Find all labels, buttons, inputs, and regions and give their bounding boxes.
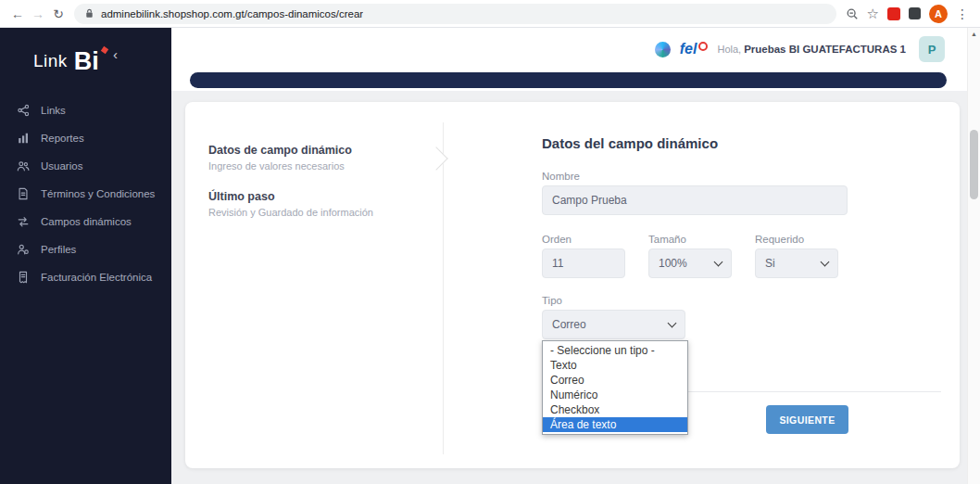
url-text: adminebilink.shopshop.com.gt/campos-dina… — [101, 8, 363, 19]
siguiente-button[interactable]: SIGUIENTE — [766, 405, 848, 434]
tipo-option-highlighted[interactable]: Área de texto — [543, 417, 687, 432]
browser-actions: ☆ A ⋮ — [846, 5, 973, 23]
browser-toolbar: ← → ↻ adminebilink.shopshop.com.gt/campo… — [0, 0, 980, 28]
users-icon — [17, 159, 30, 172]
tipo-label: Tipo — [542, 295, 562, 306]
zoom-icon[interactable] — [846, 7, 859, 20]
user-name: Pruebas BI GUATEFACTURAS 1 — [744, 44, 906, 55]
logo-text-bi: Bi — [74, 47, 99, 76]
tipo-dropdown: - Seleccione un tipo - Texto Correo Numé… — [542, 340, 688, 435]
greeting-text: Hola, — [717, 44, 741, 55]
screen: ← → ↻ adminebilink.shopshop.com.gt/campo… — [0, 0, 980, 484]
sidebar-item-label: Links — [41, 105, 66, 116]
sidebar-nav: Links Reportes Usuarios Términos y Condi… — [0, 95, 171, 291]
browser-menu-icon[interactable]: ⋮ — [956, 6, 969, 21]
extension-icon[interactable] — [909, 7, 921, 19]
browser-profile-avatar[interactable]: A — [929, 5, 948, 23]
tipo-select[interactable]: Correo — [542, 310, 685, 339]
requerido-select[interactable]: Si — [755, 248, 838, 278]
form-title: Datos del campo dinámico — [542, 135, 718, 151]
sidebar-item-links[interactable]: Links — [0, 96, 171, 124]
fel-logo: fel — [680, 41, 709, 57]
invoice-icon — [17, 271, 30, 284]
chart-icon — [17, 132, 30, 145]
sidebar-item-label: Perfiles — [41, 244, 76, 255]
page-scrollbar[interactable]: ▲ — [967, 28, 980, 484]
tipo-option[interactable]: Numérico — [543, 388, 687, 402]
document-icon — [17, 187, 30, 200]
scrollbar-up-arrow[interactable]: ▲ — [968, 31, 980, 37]
orden-label: Orden — [542, 234, 572, 245]
tamano-select[interactable]: 100% — [648, 248, 732, 278]
sidebar-item-label: Facturación Electrónica — [41, 272, 152, 283]
globe-icon[interactable] — [655, 42, 671, 57]
requerido-label: Requerido — [755, 234, 804, 245]
collapse-sidebar-icon[interactable]: ‹ — [113, 46, 118, 62]
step-subtitle: Ingreso de valores necesarios — [208, 160, 431, 172]
forward-icon[interactable]: → — [28, 6, 48, 21]
tipo-option[interactable]: Texto — [543, 358, 687, 373]
sidebar-item-reportes[interactable]: Reportes — [0, 124, 171, 152]
back-icon[interactable]: ← — [7, 6, 28, 21]
step-ultimo-paso[interactable]: Último paso Revisión y Guardado de infor… — [208, 190, 431, 218]
app-logo: Link Bi ‹ — [0, 28, 171, 95]
sidebar-item-perfiles[interactable]: Perfiles — [0, 236, 171, 263]
chevron-down-icon — [821, 257, 830, 266]
wizard-card: Datos de campo dinámico Ingreso de valor… — [185, 102, 960, 468]
sidebar-item-facturacion[interactable]: Facturación Electrónica — [0, 263, 171, 291]
greeting: Hola,Pruebas BI GUATEFACTURAS 1 — [717, 44, 906, 55]
sidebar-item-terminos[interactable]: Términos y Condiciones — [0, 180, 171, 208]
refresh-icon[interactable]: ↻ — [48, 6, 69, 21]
swap-arrows-icon — [17, 215, 30, 228]
step-title: Datos de campo dinámico — [208, 144, 431, 157]
address-bar[interactable]: adminebilink.shopshop.com.gt/campos-dina… — [74, 4, 836, 24]
sidebar-item-label: Reportes — [41, 133, 84, 144]
scrollbar-thumb[interactable] — [970, 130, 978, 199]
chevron-down-icon — [714, 257, 723, 266]
sidebar-item-campos-dinamicos[interactable]: Campos dinámicos — [0, 208, 171, 236]
user-avatar[interactable]: P — [919, 36, 945, 62]
step-title: Último paso — [208, 190, 431, 203]
requerido-value: Si — [765, 257, 775, 270]
chevron-down-icon — [668, 318, 677, 327]
share-icon — [17, 104, 30, 117]
orden-input[interactable] — [542, 248, 625, 278]
nombre-label: Nombre — [542, 171, 580, 182]
step-subtitle: Revisión y Guardado de información — [208, 207, 431, 218]
wizard-steps: Datos de campo dinámico Ingreso de valor… — [208, 144, 431, 218]
tamano-label: Tamaño — [648, 234, 686, 245]
tipo-value: Correo — [552, 318, 586, 331]
stepper-progress-bar — [190, 72, 947, 88]
app-header: fel Hola,Pruebas BI GUATEFACTURAS 1 P — [171, 28, 967, 70]
nombre-input[interactable] — [542, 185, 848, 215]
lock-icon — [84, 8, 94, 19]
tamano-value: 100% — [659, 257, 687, 270]
logo-text-link: Link — [33, 51, 68, 71]
sidebar-item-usuarios[interactable]: Usuarios — [0, 152, 171, 180]
tipo-option[interactable]: Checkbox — [543, 402, 687, 417]
pdf-extension-icon[interactable] — [887, 7, 900, 20]
sidebar-item-label: Campos dinámicos — [41, 216, 132, 227]
sidebar-item-label: Usuarios — [41, 160, 82, 172]
tipo-option[interactable]: Correo — [543, 373, 687, 388]
step-datos-campo[interactable]: Datos de campo dinámico Ingreso de valor… — [208, 144, 431, 172]
sidebar-item-label: Términos y Condiciones — [41, 188, 155, 199]
profiles-icon — [17, 243, 30, 256]
vertical-divider — [443, 122, 444, 454]
tipo-option[interactable]: - Seleccione un tipo - — [543, 343, 687, 358]
sidebar: Link Bi ‹ Links Reportes Usuario — [0, 28, 171, 484]
bookmark-star-icon[interactable]: ☆ — [867, 6, 879, 20]
